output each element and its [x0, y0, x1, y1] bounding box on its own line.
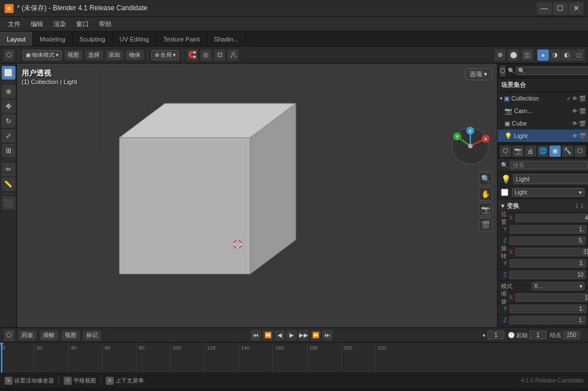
menu-help[interactable]: 帮助	[94, 19, 116, 30]
outliner-item-collection[interactable]: ▾ ▣ Collection ✓ 👁 🎬	[498, 92, 588, 105]
tool-transform[interactable]: ⊞	[2, 144, 15, 157]
object-name-input[interactable]	[513, 174, 588, 184]
transform-options-icon[interactable]: ⋮⋮	[574, 203, 585, 209]
view-menu-timeline[interactable]: 视图	[61, 330, 80, 340]
viewport-3d[interactable]: 用户透视 (1) Collection | Light 选项 ▾ X Y Z 🔍	[17, 64, 497, 327]
tool-select-box[interactable]: ⬜	[2, 66, 15, 80]
tool-move[interactable]: ✥	[2, 99, 15, 113]
hand-tool-btn[interactable]: ✋	[479, 187, 492, 201]
rotation-z-input[interactable]	[509, 271, 586, 279]
output-props-tab[interactable]: 🖨	[525, 145, 536, 157]
visibility-checkbox[interactable]: ✓	[566, 95, 571, 102]
tool-measure[interactable]: 📏	[2, 177, 15, 191]
tool-cursor[interactable]: ⊕	[2, 85, 15, 98]
props-type-btn[interactable]: ⬡	[500, 145, 511, 157]
show-overlays-btn[interactable]: ⬤	[508, 49, 519, 61]
outliner-item-camera[interactable]: 📷 Cam... 👁 🎬	[498, 105, 588, 117]
outliner-item-cube[interactable]: ▣ Cube 👁 🎬	[498, 117, 588, 130]
add-menu[interactable]: 添加	[105, 50, 123, 60]
insert-menu[interactable]: 插帧	[40, 330, 58, 340]
menu-file[interactable]: 文件	[3, 19, 25, 30]
viewport-options-button[interactable]: 选项 ▾	[465, 68, 492, 80]
jump-start-btn[interactable]: ⏮	[251, 330, 261, 340]
tool-add[interactable]: ⬛	[2, 196, 15, 210]
tab-texture-paint[interactable]: Texture Paint	[156, 32, 207, 46]
timeline-type-btn[interactable]: ⬡	[3, 330, 15, 341]
properties-search-input[interactable]	[510, 161, 588, 169]
camera-render-icon[interactable]: 🎬	[579, 108, 586, 114]
toolbar-options1[interactable]: ⊡	[214, 49, 225, 61]
render-visibility-icon[interactable]: 🎬	[579, 95, 586, 102]
render-btn[interactable]: 🎬	[479, 218, 492, 231]
modifier-props-tab[interactable]: 🔧	[562, 145, 573, 157]
object-visibility-check[interactable]	[501, 189, 508, 196]
render-props-tab[interactable]: 📷	[512, 145, 524, 157]
close-button[interactable]: ✕	[569, 2, 583, 15]
tab-modeling[interactable]: Modeling	[33, 32, 73, 46]
menu-edit[interactable]: 编辑	[26, 19, 48, 30]
viewport-gizmo[interactable]: X Y Z	[450, 126, 490, 166]
rotation-x-input[interactable]	[515, 248, 588, 256]
mode-value-dropdown[interactable]: X... ▾	[532, 282, 585, 290]
light-render-icon[interactable]: 🎬	[579, 133, 586, 139]
select-menu[interactable]: 选择	[85, 50, 103, 60]
maximize-button[interactable]: ☐	[553, 2, 568, 15]
tab-shading[interactable]: Shadin...	[207, 32, 246, 46]
editor-type-btn[interactable]: ⬡	[3, 49, 15, 61]
camera-view-btn[interactable]: 📷	[479, 202, 492, 216]
rendered-btn[interactable]: ◐	[561, 49, 573, 61]
rotation-y-input[interactable]	[510, 259, 586, 268]
outliner-search-input[interactable]	[516, 66, 588, 75]
play-btn[interactable]: ▶	[287, 330, 297, 340]
transform-header[interactable]: ▾ 变换 ⋮⋮	[498, 200, 588, 213]
playback-menu[interactable]: 回放	[18, 330, 36, 340]
minimize-button[interactable]: —	[537, 2, 552, 15]
data-props-tab[interactable]: ⬡	[574, 145, 586, 157]
tool-annotate[interactable]: ✏	[2, 163, 15, 176]
step-forward-btn[interactable]: ▶▶	[299, 330, 309, 340]
wireframe-btn[interactable]: □	[573, 49, 585, 61]
scale-x-input[interactable]	[515, 293, 588, 302]
outliner-item-light[interactable]: 💡 Light 👁 🎬	[498, 130, 588, 142]
end-frame-input[interactable]	[563, 331, 580, 339]
type-dropdown[interactable]: Light ▾	[512, 188, 585, 197]
location-z-input[interactable]	[509, 236, 586, 245]
outliner-type-btn[interactable]: ⬡	[500, 65, 506, 77]
marker-menu[interactable]: 标记	[83, 330, 101, 340]
delta-transform-header[interactable]: ▸ 变换增量	[498, 326, 588, 327]
show-xray-btn[interactable]: ◫	[521, 49, 533, 61]
eye-icon[interactable]: 👁	[572, 95, 578, 102]
zoom-in-btn[interactable]: 🔍	[479, 172, 492, 185]
start-frame-input[interactable]	[529, 331, 546, 339]
solid-shading-btn[interactable]: ●	[537, 49, 549, 61]
step-back-btn[interactable]: ◀	[275, 330, 285, 340]
scale-y-input[interactable]	[510, 305, 586, 313]
current-frame-input[interactable]	[487, 331, 504, 339]
toolbar-options2[interactable]: 八	[227, 49, 239, 61]
tab-uv-editing[interactable]: UV Editing	[113, 32, 156, 46]
tool-rotate[interactable]: ↻	[2, 114, 15, 128]
scale-z-input[interactable]	[509, 316, 586, 325]
snap-btn[interactable]: 🧲	[187, 49, 198, 61]
menu-window[interactable]: 窗口	[72, 19, 93, 30]
material-preview-btn[interactable]: ◑	[549, 49, 561, 61]
camera-visibility[interactable]: 👁	[572, 108, 578, 114]
timeline-content[interactable]: 0 20 40 60 80 100 120 140 160 180	[0, 343, 588, 373]
jump-next-key-btn[interactable]: ⏩	[310, 330, 321, 340]
location-x-input[interactable]	[515, 214, 588, 222]
transform-mode-dropdown[interactable]: ⊕ 全局 ▾	[151, 50, 179, 60]
scene-props-tab[interactable]: 🌐	[537, 145, 549, 157]
mode-dropdown[interactable]: ▣ 物体模式 ▾	[22, 50, 62, 60]
object-props-tab[interactable]: ▣	[549, 145, 561, 157]
tab-sculpting[interactable]: Sculpting	[73, 32, 113, 46]
tab-layout[interactable]: Layout	[0, 32, 33, 46]
view-menu[interactable]: 视图	[64, 50, 82, 60]
menu-render[interactable]: 渲染	[49, 19, 71, 30]
cube-render-icon[interactable]: 🎬	[579, 120, 586, 127]
cube-visibility[interactable]: 👁	[572, 120, 578, 127]
jump-prev-key-btn[interactable]: ⏪	[263, 330, 273, 340]
timeline-ruler[interactable]: 0 20 40 60 80 100 120 140 160 180	[0, 343, 588, 373]
show-gizmos-btn[interactable]: ⊕	[494, 49, 506, 61]
proportional-edit-btn[interactable]: ◎	[200, 49, 212, 61]
location-y-input[interactable]	[510, 225, 586, 234]
